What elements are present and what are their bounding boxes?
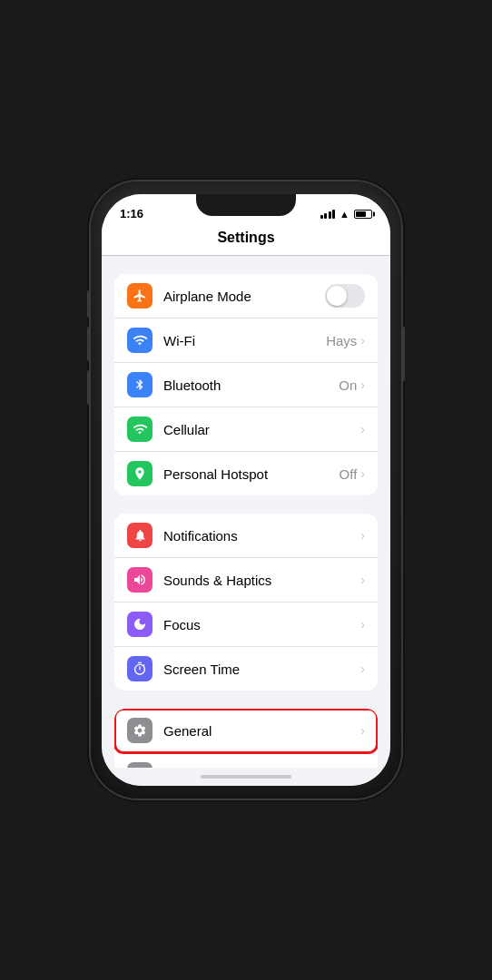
hotspot-icon [127,461,153,486]
wifi-label: Wi-Fi [163,333,195,348]
cellular-content: Cellular › [163,422,365,437]
cellular-icon [127,416,153,442]
airplane-mode-content: Airplane Mode [163,284,365,308]
bluetooth-icon [127,372,153,397]
volume-down-button[interactable] [87,370,91,405]
bluetooth-right: On › [339,377,365,393]
sounds-right: › [360,573,365,587]
sounds-chevron: › [360,573,365,587]
battery-icon [354,210,372,219]
focus-right: › [360,617,365,632]
notifications-icon [127,523,153,548]
hotspot-content: Personal Hotspot Off › [163,466,365,482]
signal-bar-2 [324,213,327,219]
settings-row-focus[interactable]: Focus › [114,603,378,647]
control-center-icon [127,762,153,768]
signal-bar-1 [320,215,323,219]
control-center-content: Control Center › [163,768,365,769]
control-center-label: Control Center [163,768,252,769]
bluetooth-chevron: › [360,377,365,392]
focus-chevron: › [360,617,365,632]
settings-content[interactable]: Airplane Mode Wi-Fi Hays [102,256,390,768]
hotspot-label: Personal Hotspot [163,466,268,482]
sounds-icon [127,567,153,593]
settings-row-notifications[interactable]: Notifications › [114,514,378,558]
hotspot-value: Off [339,466,358,482]
settings-row-control-center[interactable]: Control Center › [114,753,378,768]
cellular-label: Cellular [163,422,210,437]
sounds-label: Sounds & Haptics [163,573,271,588]
general-icon [127,718,153,743]
bluetooth-value: On [339,377,357,393]
phone-frame: 1:16 ▲ Settings [91,181,401,799]
cellular-right: › [360,422,365,436]
phone-screen: 1:16 ▲ Settings [102,194,390,786]
settings-group-connectivity: Airplane Mode Wi-Fi Hays [114,274,378,495]
airplane-mode-icon [127,283,153,309]
notch [196,194,296,216]
signal-bar-3 [329,211,331,219]
airplane-mode-label: Airplane Mode [163,289,251,304]
screen-time-right: › [360,662,365,676]
home-bar [201,775,291,779]
focus-content: Focus › [163,617,365,632]
settings-row-screen-time[interactable]: Screen Time › [114,647,378,691]
general-content: General › [163,723,365,739]
bluetooth-label: Bluetooth [163,377,221,393]
settings-row-personal-hotspot[interactable]: Personal Hotspot Off › [114,452,378,495]
general-chevron: › [360,723,365,738]
screen-time-icon [127,656,153,681]
status-icons: ▲ [320,209,372,220]
general-label: General [163,723,212,739]
notifications-right: › [360,528,365,543]
notifications-chevron: › [360,528,365,543]
focus-label: Focus [163,617,201,632]
signal-icon [320,210,336,219]
settings-row-general[interactable]: General › [114,709,378,753]
settings-row-bluetooth[interactable]: Bluetooth On › [114,363,378,407]
settings-row-wifi[interactable]: Wi-Fi Hays › [114,318,378,363]
settings-row-cellular[interactable]: Cellular › [114,407,378,452]
cellular-chevron: › [360,422,365,436]
settings-group-system: General › Control Center [114,709,378,768]
settings-row-airplane-mode[interactable]: Airplane Mode [114,274,378,318]
wifi-content: Wi-Fi Hays › [163,333,365,348]
settings-group-notifications: Notifications › Sounds & Haptics [114,514,378,691]
power-button[interactable] [401,327,405,381]
focus-icon [127,612,153,637]
wifi-right: Hays › [326,333,365,348]
wifi-status-icon: ▲ [339,209,349,220]
battery-fill [356,211,366,217]
page-title: Settings [217,230,274,245]
screen-time-label: Screen Time [163,662,240,677]
status-time: 1:16 [120,207,143,220]
sounds-content: Sounds & Haptics › [163,573,365,588]
bluetooth-content: Bluetooth On › [163,377,365,393]
wifi-value: Hays [326,333,357,348]
wifi-icon [127,328,153,353]
volume-up-button[interactable] [87,327,91,361]
notifications-content: Notifications › [163,528,365,544]
wifi-chevron: › [360,333,365,348]
signal-bar-4 [332,210,335,219]
notifications-label: Notifications [163,528,238,544]
airplane-mode-toggle[interactable] [325,284,365,308]
screen-time-content: Screen Time › [163,662,365,677]
settings-row-sounds[interactable]: Sounds & Haptics › [114,558,378,603]
home-indicator [102,768,390,786]
hotspot-right: Off › [339,466,365,482]
status-bar: 1:16 ▲ [102,194,390,226]
navigation-bar: Settings [102,226,390,256]
general-right: › [360,723,365,738]
hotspot-chevron: › [360,466,365,481]
screen-time-chevron: › [360,662,365,676]
